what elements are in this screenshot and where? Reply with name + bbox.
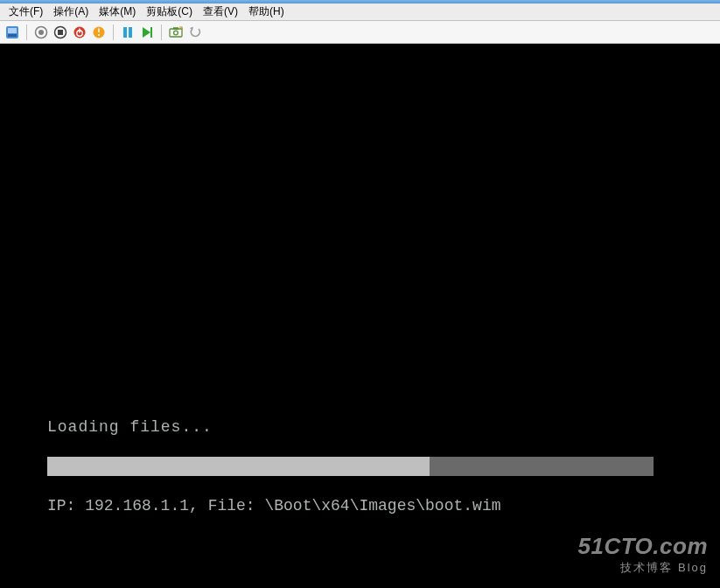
svg-rect-14 (129, 27, 132, 38)
svg-point-12 (98, 34, 100, 36)
record-button[interactable] (32, 24, 50, 41)
svg-rect-17 (170, 29, 182, 37)
stop-button[interactable] (52, 24, 69, 41)
menu-media[interactable]: 媒体(M) (94, 4, 141, 19)
menu-view[interactable]: 查看(V) (198, 4, 243, 19)
svg-marker-15 (143, 27, 150, 38)
svg-point-18 (174, 31, 178, 35)
toolbar-separator (113, 24, 114, 40)
svg-rect-1 (8, 28, 17, 33)
revert-button[interactable] (186, 24, 204, 41)
menu-action[interactable]: 操作(A) (48, 4, 94, 19)
play-reset-icon (140, 25, 154, 39)
pause-button[interactable] (119, 24, 136, 41)
menu-help[interactable]: 帮助(H) (243, 4, 290, 19)
power-off-icon (73, 25, 87, 39)
boot-loading-text: Loading files... (47, 418, 213, 436)
snapshot-button[interactable] (167, 24, 185, 41)
svg-rect-6 (58, 30, 63, 35)
revert-icon (188, 25, 202, 39)
boot-progress-fill (47, 457, 430, 476)
save-state-icon (92, 25, 106, 39)
svg-point-4 (38, 30, 44, 35)
toolbar-separator (161, 24, 162, 40)
snapshot-icon (169, 25, 183, 39)
menu-file[interactable]: 文件(F) (3, 4, 48, 19)
ctrl-alt-del-button[interactable] (3, 24, 21, 41)
boot-status-text: IP: 192.168.1.1, File: \Boot\x64\Images\… (47, 497, 500, 514)
svg-rect-19 (173, 27, 178, 30)
shutdown-button[interactable] (71, 24, 88, 41)
ctrl-alt-del-icon (5, 25, 19, 39)
toolbar (0, 21, 720, 44)
pause-icon (121, 25, 135, 39)
svg-rect-9 (79, 28, 80, 32)
menu-clipboard[interactable]: 剪贴板(C) (141, 4, 198, 19)
menubar: 文件(F) 操作(A) 媒体(M) 剪贴板(C) 查看(V) 帮助(H) (0, 4, 720, 21)
svg-rect-16 (150, 27, 152, 38)
svg-rect-13 (123, 27, 127, 38)
record-icon (34, 25, 48, 39)
vm-console[interactable]: Loading files... IP: 192.168.1.1, File: … (0, 44, 720, 588)
save-state-button[interactable] (90, 24, 108, 41)
stop-icon (53, 25, 67, 39)
svg-rect-11 (98, 28, 99, 32)
svg-rect-2 (8, 34, 17, 37)
reset-button[interactable] (138, 24, 156, 41)
toolbar-separator (26, 24, 27, 40)
boot-progress-bar (47, 457, 654, 476)
